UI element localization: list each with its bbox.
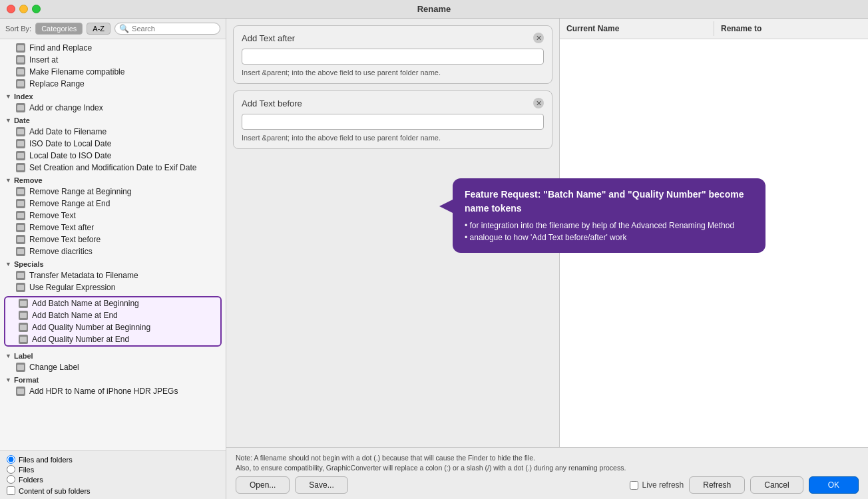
group-label-index: ▼ Index	[0, 90, 226, 102]
right-area: Add Text after ✕ Insert &parent; into th…	[226, 19, 868, 499]
sidebar-item-local-iso[interactable]: Local Date to ISO Date	[0, 150, 226, 162]
sidebar-item-remove-text[interactable]: Remove Text	[0, 210, 226, 222]
sidebar-group-format: ▼ Format Add HDR to Name of iPhone HDR J…	[0, 373, 226, 397]
item-icon	[16, 199, 25, 208]
item-icon	[16, 387, 25, 396]
close-button[interactable]	[7, 5, 15, 13]
item-icon	[16, 163, 25, 172]
chevron-icon: ▼	[5, 377, 11, 383]
zoom-button[interactable]	[32, 5, 41, 13]
sidebar-item-remove-diacritics[interactable]: Remove diacritics	[0, 246, 226, 257]
item-icon	[16, 43, 25, 53]
sidebar-item-remove-range-end[interactable]: Remove Range at End	[0, 198, 226, 210]
item-icon	[16, 223, 25, 232]
sidebar-item-remove-text-after[interactable]: Remove Text after	[0, 222, 226, 234]
sidebar-group-remove: ▼ Remove Remove Range at Beginning Remov…	[0, 174, 226, 257]
cancel-button[interactable]: Cancel	[750, 476, 803, 494]
traffic-lights	[7, 5, 41, 13]
sidebar-item-add-date[interactable]: Add Date to Filename	[0, 126, 226, 138]
radio-input-folders[interactable]	[7, 475, 15, 484]
chevron-icon: ▼	[5, 177, 11, 184]
radio-input-files-folders[interactable]	[7, 455, 15, 464]
close-card-before-button[interactable]: ✕	[533, 98, 544, 108]
item-icon	[16, 103, 25, 112]
ok-button[interactable]: OK	[809, 476, 859, 494]
item-icon	[16, 283, 25, 292]
chevron-icon: ▼	[5, 117, 11, 124]
categories-button[interactable]: Categories	[35, 23, 83, 35]
card-title-bar-after: Add Text after ✕	[242, 33, 544, 43]
sort-label: Sort By:	[5, 25, 31, 33]
add-text-after-input[interactable]	[242, 49, 544, 65]
group-label-specials: ▼ Specials	[0, 257, 226, 269]
item-icon	[16, 67, 25, 77]
search-input[interactable]	[132, 25, 216, 33]
radio-files-and-folders[interactable]: Files and folders	[7, 455, 219, 464]
sidebar-group-specials: ▼ Specials Transfer Metadata to Filename…	[0, 257, 226, 347]
radio-folders[interactable]: Folders	[7, 475, 219, 484]
sidebar-item-set-creation[interactable]: Set Creation and Modification Date to Ex…	[0, 162, 226, 174]
chevron-icon: ▼	[5, 93, 11, 100]
card-title-after: Add Text after	[242, 33, 295, 43]
item-icon	[19, 311, 28, 320]
table-header: Current Name Rename to	[560, 19, 868, 39]
sidebar-item-use-regex[interactable]: Use Regular Expression	[0, 281, 226, 293]
sidebar-item-quality-beg[interactable]: Add Quality Number at Beginning	[5, 321, 220, 333]
card-hint-after: Insert &parent; into the above field to …	[242, 69, 544, 77]
sidebar-item-batch-end[interactable]: Add Batch Name at End	[5, 309, 220, 321]
sidebar-item-insert-at[interactable]: Insert at	[0, 54, 226, 66]
left-panel: Sort By: Categories A-Z 🔍 Find and Repla…	[0, 19, 226, 499]
sidebar-item-make-compatible[interactable]: Make Filename compatible	[0, 66, 226, 78]
sidebar-item-iso-local[interactable]: ISO Date to Local Date	[0, 138, 226, 150]
chevron-icon: ▼	[5, 261, 11, 267]
sidebar-group-basic: Find and Replace Insert at Make Filename…	[0, 42, 226, 90]
card-add-text-after: Add Text after ✕ Insert &parent; into th…	[233, 25, 552, 84]
item-icon	[16, 79, 25, 88]
item-icon	[16, 211, 25, 220]
card-add-text-before: Add Text before ✕ Insert &parent; into t…	[233, 90, 552, 149]
window-title: Rename	[417, 4, 451, 14]
sidebar-item-find-replace[interactable]: Find and Replace	[0, 42, 226, 54]
sidebar-item-replace-range[interactable]: Replace Range	[0, 78, 226, 90]
open-button[interactable]: Open...	[236, 476, 290, 494]
save-button[interactable]: Save...	[295, 476, 347, 494]
content-subfolders-checkbox[interactable]	[7, 486, 15, 495]
sidebar-item-add-index[interactable]: Add or change Index	[0, 102, 226, 114]
sidebar-group-label: ▼ Label Change Label	[0, 349, 226, 373]
bottom-filter: Files and folders Files Folders Content …	[0, 450, 226, 499]
live-refresh-group: Live refresh	[630, 480, 684, 490]
content-subfolders-checkbox-row[interactable]: Content of sub folders	[7, 486, 219, 495]
card-title-bar-before: Add Text before ✕	[242, 98, 544, 108]
sidebar-list: Find and Replace Insert at Make Filename…	[0, 39, 226, 450]
sidebar-item-add-hdr[interactable]: Add HDR to Name of iPhone HDR JPEGs	[0, 385, 226, 397]
item-icon	[16, 187, 25, 196]
sidebar-item-batch-beg[interactable]: Add Batch Name at Beginning	[5, 297, 220, 309]
chevron-icon: ▼	[5, 353, 11, 359]
sidebar-item-change-label[interactable]: Change Label	[0, 361, 226, 373]
sidebar-item-remove-range-beg[interactable]: Remove Range at Beginning	[0, 186, 226, 198]
minimize-button[interactable]	[19, 5, 28, 13]
radio-input-files[interactable]	[7, 465, 15, 474]
item-icon	[16, 139, 25, 148]
cards-column: Add Text after ✕ Insert &parent; into th…	[226, 19, 559, 447]
close-card-after-button[interactable]: ✕	[533, 33, 544, 43]
sidebar-item-transfer-metadata[interactable]: Transfer Metadata to Filename	[0, 269, 226, 281]
bottom-bar: Note: A filename should not begin with a…	[226, 447, 868, 500]
sidebar-item-quality-end[interactable]: Add Quality Number at End	[5, 333, 220, 345]
refresh-button[interactable]: Refresh	[689, 476, 745, 494]
tooltip-bubble: Feature Request: "Batch Name" and "Quali…	[453, 178, 765, 253]
sidebar-item-remove-text-before[interactable]: Remove Text before	[0, 234, 226, 246]
item-icon	[19, 335, 28, 344]
main-container: Sort By: Categories A-Z 🔍 Find and Repla…	[0, 19, 868, 499]
live-refresh-checkbox[interactable]	[630, 481, 638, 490]
live-refresh-label: Live refresh	[642, 480, 684, 490]
item-icon	[19, 323, 28, 332]
item-icon	[16, 363, 25, 372]
radio-group: Files and folders Files Folders	[7, 455, 219, 484]
add-text-before-input[interactable]	[242, 114, 544, 130]
radio-files[interactable]: Files	[7, 465, 219, 474]
col-current-name: Current Name	[560, 21, 714, 36]
col-rename-to: Rename to	[714, 21, 868, 36]
az-button[interactable]: A-Z	[87, 23, 110, 35]
tooltip-title: Feature Request: "Batch Name" and "Quali…	[465, 188, 754, 216]
